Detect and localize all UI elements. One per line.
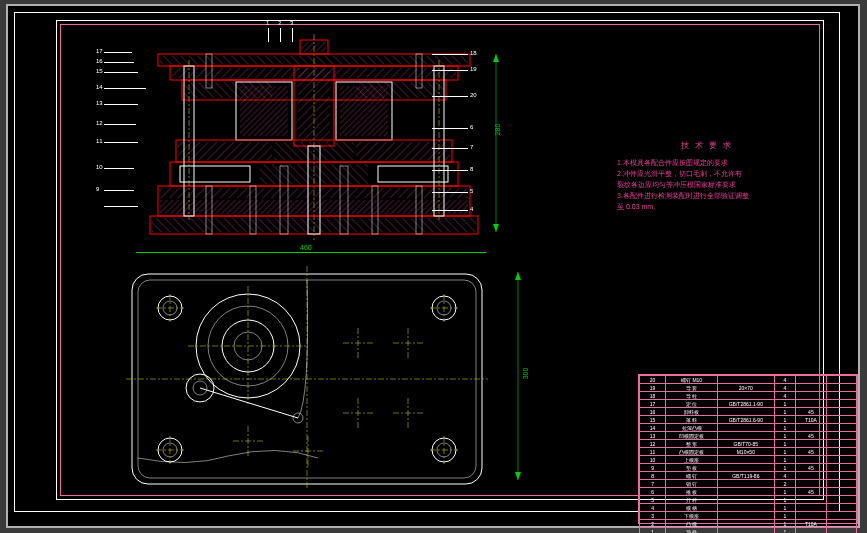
bom-cell (826, 408, 856, 416)
bom-cell (796, 424, 826, 432)
bom-cell: 1 (774, 448, 796, 456)
notes-line: 至 0.03 mm。 (617, 201, 797, 212)
dim-width: 460 (300, 244, 312, 251)
balloon: 4 (470, 206, 473, 212)
bom-cell (796, 400, 826, 408)
svg-rect-20 (178, 142, 272, 160)
balloon: 10 (96, 164, 103, 170)
svg-marker-92 (515, 472, 521, 480)
bom-cell (718, 392, 774, 400)
bom-cell: 45 (796, 448, 826, 456)
bom-cell (826, 424, 856, 432)
bom-cell (796, 528, 826, 534)
leader (104, 52, 132, 53)
bom-cell (718, 424, 774, 432)
bom-cell (718, 408, 774, 416)
balloon: 16 (96, 58, 103, 64)
bom-cell: 4 (774, 376, 796, 384)
bom-cell: 凸模固定板 (666, 448, 718, 456)
balloon: 18 (470, 50, 477, 56)
leader (432, 170, 468, 171)
bom-cell: 螺钉 M10 (666, 376, 718, 384)
bom-cell (826, 464, 856, 472)
balloon: 17 (96, 48, 103, 54)
bom-cell: 14 (640, 424, 666, 432)
plan-view (100, 262, 520, 490)
svg-marker-46 (493, 54, 499, 62)
bom-cell: 1 (774, 512, 796, 520)
bom-cell: 4 (774, 384, 796, 392)
bom-cell: 1 (774, 488, 796, 496)
notes-title: 技 术 要 求 (617, 140, 797, 151)
svg-rect-22 (274, 142, 354, 160)
bom-cell: 模 柄 (666, 504, 718, 512)
balloon: 14 (96, 84, 103, 90)
bom-cell: 1 (774, 520, 796, 528)
bom-cell: 1 (774, 456, 796, 464)
bom-cell (826, 416, 856, 424)
bom-cell (718, 376, 774, 384)
bom-cell (826, 512, 856, 520)
bom-cell: 12 (640, 440, 666, 448)
bom-cell: 6 (640, 488, 666, 496)
bom-cell: 7 (640, 480, 666, 488)
leader (432, 128, 468, 129)
svg-rect-25 (378, 166, 448, 182)
leader (280, 28, 281, 42)
bom-cell: 45 (796, 488, 826, 496)
bom-cell (796, 480, 826, 488)
bom-cell: 1 (640, 528, 666, 534)
bom-cell: 11 (640, 448, 666, 456)
balloon: 13 (96, 100, 103, 106)
bom-cell (826, 504, 856, 512)
bom-cell: 1 (774, 440, 796, 448)
bom-cell: 卸料板 (666, 408, 718, 416)
bom-cell (718, 480, 774, 488)
balloon: 8 (470, 166, 473, 172)
leader (292, 28, 293, 42)
bom-cell: 销 钉 (666, 480, 718, 488)
bom-cell: 4 (640, 504, 666, 512)
bom-cell: 拉深凸模 (666, 424, 718, 432)
bom-cell: 定 位 (666, 400, 718, 408)
bom-cell: 整 形 (666, 440, 718, 448)
bom-cell: 2 (774, 480, 796, 488)
bom-cell: 凹模固定板 (666, 432, 718, 440)
leader (432, 192, 468, 193)
bom-cell (826, 400, 856, 408)
leader (104, 206, 138, 207)
bom-cell (826, 448, 856, 456)
balloon: 9 (96, 186, 99, 192)
bom-cell (718, 464, 774, 472)
svg-rect-24 (180, 166, 250, 182)
leader (432, 210, 468, 211)
bom-cell: 15 (640, 416, 666, 424)
bom-cell: 3 (640, 512, 666, 520)
bom-cell: 落 料 (666, 416, 718, 424)
leader (104, 168, 134, 169)
leader (432, 148, 468, 149)
notes-line: 裂纹各边应均匀等冲压模国家标准要求 (617, 179, 797, 190)
bom-cell (826, 432, 856, 440)
svg-rect-26 (260, 164, 368, 184)
bom-cell: 16 (640, 408, 666, 416)
bom-cell (718, 496, 774, 504)
bom-cell: 凸 模 (666, 520, 718, 528)
technical-notes: 技 术 要 求 1.本模具各配合件应按图规定的要求 2.冲件应光滑平整，切口毛刺… (617, 140, 797, 212)
balloon: 20 (470, 92, 477, 98)
titleblock: 20螺钉 M10419导 套20×70418导 柱417定 位GB/T2861.… (638, 374, 858, 524)
bom-cell: GB/T119-86 (718, 472, 774, 480)
balloon: 19 (470, 66, 477, 72)
bom-cell: 1 (774, 416, 796, 424)
balloon: 12 (96, 120, 103, 126)
bom-cell: 1 (774, 496, 796, 504)
bom-cell: 下模座 (666, 512, 718, 520)
bom-cell (826, 480, 856, 488)
bom-cell (796, 496, 826, 504)
bom-cell (718, 528, 774, 534)
bom-cell: 8 (640, 472, 666, 480)
leader (432, 54, 468, 55)
bom-cell: 19 (640, 384, 666, 392)
bom-cell: 顶 件 (666, 528, 718, 534)
bom-cell: 1 (774, 528, 796, 534)
